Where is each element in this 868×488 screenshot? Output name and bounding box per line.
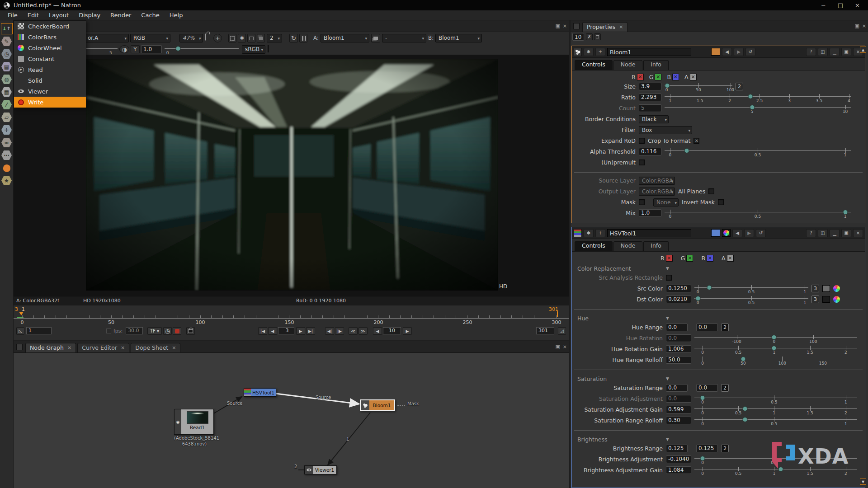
filter-tool[interactable]: ▦ [1, 86, 13, 98]
other-tool[interactable]: ⋯ [1, 150, 13, 161]
turbo-mode-icon[interactable] [173, 327, 181, 335]
autocontrast-icon[interactable]: ◑ [119, 45, 129, 53]
settings-icon[interactable]: ✱ [584, 48, 594, 56]
value-field[interactable]: 0.125 [696, 445, 718, 452]
checkbox[interactable] [639, 160, 645, 165]
value-field[interactable]: -0.1040 [666, 455, 691, 463]
channel-g-checkbox[interactable]: ✕ [655, 74, 661, 80]
jump-forward-button[interactable]: ▶ [403, 327, 412, 335]
checkbox[interactable] [708, 188, 714, 194]
channel-r-checkbox[interactable]: ✕ [637, 74, 644, 80]
center-node-icon[interactable]: ◫ [818, 48, 828, 56]
tab-controls[interactable]: Controls [575, 60, 613, 70]
checkbox[interactable] [666, 275, 672, 281]
restore-defaults-icon[interactable]: ↺ [745, 48, 755, 56]
time-tool[interactable]: ◷ [1, 48, 13, 60]
param-dropdown[interactable]: None [653, 198, 679, 206]
minimize-button[interactable]: − [821, 2, 826, 9]
value-field[interactable]: 0.0 [696, 324, 718, 331]
value-field[interactable]: 0.0 [666, 395, 691, 403]
channel-tool[interactable]: ▤ [1, 61, 13, 72]
viewer-canvas[interactable]: HD [14, 55, 569, 296]
minimize-panel-icon[interactable]: ▁ [830, 48, 840, 56]
menu-item-viewer[interactable]: Viewer [14, 86, 86, 97]
timeline-behaviour-icon[interactable]: ◷ [163, 327, 172, 335]
param-slider[interactable]: 050100150 [694, 356, 857, 366]
prev-frame-button[interactable]: ◀ [268, 327, 277, 335]
full-frame-icon[interactable]: ✱ [238, 34, 246, 42]
next-increment-button[interactable]: |▶ [335, 327, 344, 335]
float-pane-icon[interactable]: ▣ [555, 23, 560, 29]
checkbox[interactable] [718, 199, 724, 205]
dimension-chip[interactable]: 2 [721, 324, 729, 331]
max-panels-field[interactable]: 10 [572, 33, 584, 41]
channel-b-checkbox[interactable]: ✕ [672, 74, 679, 80]
param-slider[interactable]: -1000100 [694, 334, 857, 344]
param-slider[interactable]: 00.51 [694, 284, 808, 294]
fps-field[interactable]: 30.0 [126, 327, 143, 334]
value-field[interactable]: 0.0 [666, 324, 688, 331]
pane-menu-icon[interactable] [16, 344, 23, 350]
float-panel-icon[interactable]: ▣ [841, 229, 851, 237]
param-slider[interactable]: 00.51 [665, 209, 851, 219]
clip-to-project-icon[interactable] [228, 34, 236, 42]
float-pane-icon[interactable]: ▣ [555, 344, 560, 350]
current-frame-field[interactable]: 1 [26, 327, 52, 334]
undo-button[interactable]: ◀ [732, 229, 742, 237]
menu-edit[interactable]: Edit [23, 11, 44, 19]
color-tool[interactable]: ◍ [1, 74, 13, 85]
minimize-panels-icon[interactable] [594, 33, 601, 40]
param-slider[interactable]: 00.511.52 [694, 405, 857, 415]
center-node-icon[interactable]: ◫ [818, 229, 828, 237]
node-name-field[interactable]: HSVTool1 [607, 229, 691, 237]
channel-a-checkbox[interactable]: ✕ [727, 255, 734, 262]
gmic-tool[interactable]: ★ [1, 175, 13, 186]
checkbox[interactable]: ✕ [693, 138, 699, 144]
value-field[interactable]: 0.30 [666, 417, 691, 424]
timeline-lock-icon[interactable] [186, 327, 195, 335]
undo-button[interactable]: ◀ [722, 48, 732, 56]
close-pane-icon[interactable]: × [563, 344, 567, 350]
param-slider[interactable]: 11.522.533.54 [665, 93, 851, 103]
channel-r-checkbox[interactable]: ✕ [666, 255, 673, 262]
zoom-dropdown[interactable]: 47% [179, 34, 203, 42]
zoom-lock-icon[interactable] [205, 34, 206, 40]
group-hue[interactable]: Hue▼ [572, 313, 865, 323]
menu-item-colorwheel[interactable]: ColorWheel [14, 42, 86, 53]
color-swatch[interactable] [822, 285, 830, 292]
proxy-level-dropdown[interactable]: 2 [267, 34, 282, 42]
group-color-replacement[interactable]: Color Replacement▼ [572, 263, 865, 273]
b-input-dropdown[interactable]: Bloom1 [435, 34, 482, 42]
a-input-dropdown[interactable]: Bloom1 [321, 34, 369, 42]
last-frame-button[interactable]: ▶| [306, 327, 315, 335]
maximize-button[interactable]: □ [838, 2, 843, 9]
dimension-chip[interactable]: 2 [721, 384, 729, 392]
tab-node-graph[interactable]: Node Graph× [25, 343, 76, 352]
views-tool[interactable]: ∞ [1, 137, 13, 148]
tab-node[interactable]: Node [613, 60, 643, 70]
channel-a-checkbox[interactable]: ✕ [690, 74, 697, 80]
colorwheel-icon[interactable] [833, 285, 840, 292]
scroll-down-icon[interactable]: ▼ [860, 479, 866, 485]
menu-help[interactable]: Help [165, 11, 188, 19]
next-keyframe-button[interactable]: ≫ [359, 327, 368, 335]
timeline-mode-icon[interactable]: ◺ [16, 327, 24, 335]
tab-info[interactable]: Info [643, 241, 669, 251]
gamma-slider[interactable]: 0 [165, 45, 239, 55]
param-dropdown[interactable]: Color.RGBA [639, 177, 675, 185]
close-panel-icon[interactable]: × [853, 229, 863, 237]
param-slider[interactable]: 00.51 [694, 416, 857, 426]
value-field[interactable]: 1.006 [666, 345, 691, 353]
tab-node[interactable]: Node [613, 241, 643, 251]
dimension-chip[interactable]: 2 [721, 445, 729, 452]
param-dropdown[interactable]: Black [639, 115, 669, 123]
value-field[interactable]: 3.9 [639, 83, 661, 90]
tab-info[interactable]: Info [643, 60, 669, 70]
tab-curve-editor[interactable]: Curve Editor× [77, 343, 129, 352]
display-channels-dropdown[interactable]: RGB [130, 34, 170, 42]
minimize-panel-icon[interactable]: ▁ [830, 229, 840, 237]
node-bloom1[interactable]: Bloom1 [360, 399, 395, 411]
next-frame-button[interactable]: ▶ [296, 327, 305, 335]
value-field[interactable]: 0.116 [639, 148, 661, 155]
value-field[interactable]: 2.293 [639, 94, 661, 101]
